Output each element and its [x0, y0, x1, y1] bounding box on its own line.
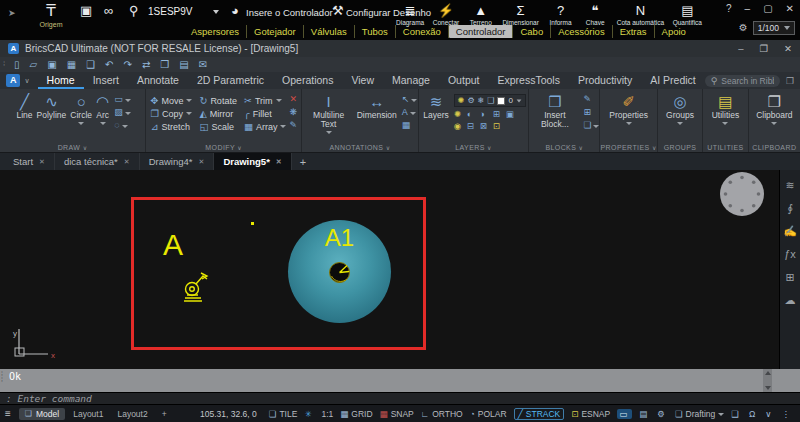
- utilities-button[interactable]: ▤ Utilities: [710, 92, 741, 126]
- ribbon-tab[interactable]: Insert: [84, 72, 128, 89]
- clipboard-button[interactable]: ❐ Clipboard: [754, 92, 794, 126]
- ribbon-button[interactable]: ∿ Polyline: [35, 92, 69, 126]
- block-label-a[interactable]: A: [163, 230, 183, 260]
- topbar-tool-button[interactable]: ❝ Chave: [582, 3, 608, 26]
- lookfrom-widget[interactable]: [719, 171, 765, 217]
- layer-add-icon[interactable]: ⊞: [493, 109, 506, 119]
- ribbon-button[interactable]: ╭ Fillet: [244, 108, 287, 119]
- cloud-icon[interactable]: ☁: [785, 294, 796, 306]
- scale-dropdown[interactable]: 1/100: [753, 21, 795, 35]
- document-tab[interactable]: Start ✕: [4, 153, 55, 170]
- ribbon-small-button[interactable]: ❏: [583, 120, 599, 130]
- ribbon-small-button[interactable]: ✕: [289, 94, 297, 104]
- ribbon-button[interactable]: ▦ Array: [244, 121, 287, 132]
- panel-toggle-icon[interactable]: ❐: [786, 76, 794, 86]
- ribbon-tab[interactable]: Annotate: [128, 72, 188, 89]
- panel-label[interactable]: MODIFY ∨: [146, 144, 301, 151]
- ribbon-small-button[interactable]: ❋: [289, 107, 297, 117]
- layout-tab[interactable]: ❏ Model: [19, 408, 65, 420]
- status-toggle[interactable]: ❑: [731, 409, 742, 419]
- panel-label[interactable]: BLOCKS ∨: [529, 144, 599, 151]
- block-selector-caret-icon[interactable]: [213, 10, 219, 14]
- status-toggle[interactable]: ▭: [617, 409, 632, 419]
- block-selector[interactable]: 1SESP9V: [148, 6, 192, 17]
- layout-tab[interactable]: Layout1: [67, 408, 109, 420]
- ribbon-button[interactable]: ⊿ Stretch: [150, 121, 192, 132]
- layer-isolate-icon[interactable]: ◐: [467, 109, 480, 119]
- panel-label[interactable]: DRAW ∨: [0, 144, 145, 151]
- open-file-icon[interactable]: ▱: [30, 59, 38, 71]
- category-tab[interactable]: Acessórios: [551, 25, 612, 38]
- save-icon[interactable]: ▣: [47, 59, 56, 71]
- status-toggle[interactable]: ❏ TILE: [269, 409, 298, 419]
- layer-on-icon[interactable]: ✺: [458, 96, 465, 105]
- copy-icon[interactable]: ❐: [160, 59, 169, 71]
- close-tab-icon[interactable]: ✕: [199, 158, 205, 166]
- minimize-icon[interactable]: –: [745, 3, 751, 14]
- layer-control-row[interactable]: ✺ ⚙ ❄ ❑ 0: [454, 94, 526, 107]
- panel-label[interactable]: LAYERS ∨: [419, 144, 529, 151]
- minimize-icon[interactable]: –: [738, 43, 743, 54]
- status-toggle[interactable]: ∟ ORTHO: [421, 409, 463, 419]
- ribbon-tab[interactable]: Manage: [383, 72, 439, 89]
- zone-label-a1[interactable]: A1: [288, 225, 391, 251]
- binoculars-icon[interactable]: ∞: [104, 4, 113, 18]
- close-icon[interactable]: ✕: [786, 3, 794, 14]
- layers-button[interactable]: ≋ Layers: [421, 92, 451, 121]
- topbar-tool-button[interactable]: ≣ Diagrama: [396, 3, 424, 26]
- command-bar-grip[interactable]: ⁞⁞: [1, 371, 3, 383]
- layer-off-icon[interactable]: ✺: [454, 109, 467, 119]
- category-tab[interactable]: Extras: [613, 25, 655, 38]
- new-file-icon[interactable]: ▯: [14, 59, 20, 71]
- panel-label[interactable]: UTILITIES: [703, 144, 747, 151]
- category-tab[interactable]: Tubos: [355, 25, 396, 38]
- panel-label[interactable]: GROUPS: [658, 144, 702, 151]
- undo-icon[interactable]: ↶: [105, 59, 113, 71]
- category-tab[interactable]: Conexão: [396, 25, 449, 38]
- status-toggle[interactable]: 1:1: [322, 409, 334, 419]
- status-toggle[interactable]: ⚙: [657, 409, 668, 419]
- ribbon-app-caret-icon[interactable]: ∨: [24, 77, 29, 85]
- ribbon-tab[interactable]: Output: [439, 72, 489, 89]
- insert-controller-icon[interactable]: ◕: [231, 4, 239, 18]
- structure-icon[interactable]: ⊞: [785, 271, 794, 283]
- status-toggle[interactable]: ✳: [304, 409, 314, 419]
- ribbon-small-button[interactable]: ⊞: [583, 107, 599, 117]
- status-toggle[interactable]: ╱ STRACK: [514, 408, 565, 420]
- hamburger-icon[interactable]: ≡: [5, 408, 11, 419]
- pie-symbol[interactable]: [327, 260, 352, 285]
- command-prompt[interactable]: : Enter command: [0, 392, 800, 404]
- topbar-tool-button[interactable]: N Cota automática: [617, 3, 664, 26]
- help-icon[interactable]: ?: [726, 3, 732, 14]
- topbar-tool-button[interactable]: ⚡ Conectar: [433, 3, 459, 26]
- layer-walk-icon[interactable]: ⊡: [493, 121, 506, 131]
- ribbon-button[interactable]: ❐ Copy: [150, 108, 192, 119]
- sketch-icon[interactable]: ✍: [783, 225, 797, 237]
- close-icon[interactable]: ✕: [784, 43, 792, 54]
- status-toggle[interactable]: ▦ GRID: [340, 409, 372, 419]
- status-toggle[interactable]: Ω: [749, 409, 758, 419]
- new-tab-button[interactable]: +: [292, 153, 314, 170]
- topbar-tool-button[interactable]: Σ Dimensionar: [502, 3, 539, 26]
- ribbon-small-button[interactable]: ▦: [402, 120, 418, 130]
- ribbon-small-button[interactable]: ✎: [289, 120, 297, 130]
- ribbon-tab[interactable]: View: [342, 72, 383, 89]
- ribbon-button[interactable]: ↻ Rotate: [199, 95, 237, 106]
- topbar-tool-button[interactable]: ▤ Quantifica: [673, 3, 702, 26]
- status-toggle[interactable]: ⊡ ESNAP: [571, 409, 610, 419]
- layout-tab[interactable]: +: [156, 408, 173, 420]
- ribbon-tab[interactable]: Productivity: [569, 72, 641, 89]
- command-history[interactable]: ⁞⁞ Ok: [0, 369, 800, 392]
- ribbon-small-button[interactable]: ◌: [114, 120, 131, 130]
- ribbon-tab[interactable]: 2D Parametric: [188, 72, 273, 89]
- status-toggle[interactable]: ◔ POLAR: [470, 409, 507, 419]
- document-tab[interactable]: Drawing5* ✕: [214, 153, 291, 170]
- layer-delete-icon[interactable]: ⊠: [480, 121, 493, 131]
- category-tab[interactable]: Apoio: [655, 25, 693, 38]
- ribbon-search[interactable]: ⚲: [705, 75, 780, 87]
- attachments-icon[interactable]: ∮: [787, 202, 793, 214]
- ribbon-button[interactable]: ╱ Line: [14, 92, 34, 126]
- layer-print-icon[interactable]: ❑: [487, 96, 494, 105]
- etransmit-icon[interactable]: ✉: [199, 59, 207, 71]
- ucs-icon[interactable]: x y: [12, 327, 58, 361]
